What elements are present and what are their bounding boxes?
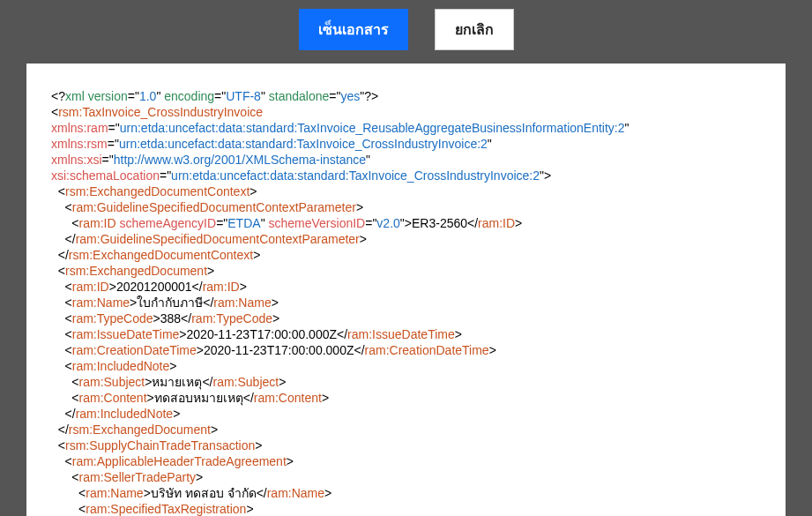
xml-panel: <?xml version="1.0" encoding="UTF-8" sta… — [26, 64, 786, 516]
sign-button[interactable]: เซ็นเอกสาร — [299, 9, 408, 50]
xml-content: <?xml version="1.0" encoding="UTF-8" sta… — [51, 88, 761, 516]
toolbar: เซ็นเอกสาร ยกเลิก — [0, 0, 812, 64]
cancel-button[interactable]: ยกเลิก — [435, 9, 514, 50]
